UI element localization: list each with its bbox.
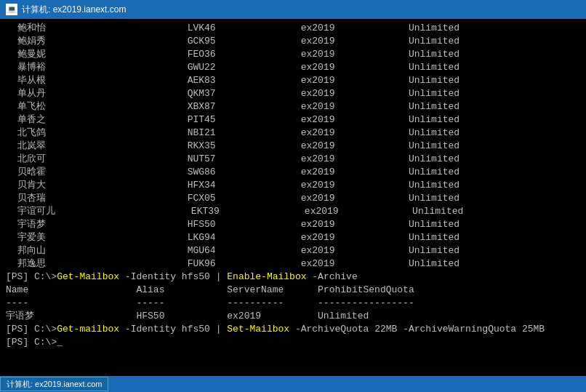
prompt3: [PS] C:\>: [6, 337, 57, 348]
title-bar-icon: 💻: [6, 4, 17, 15]
cmd-enable-mailbox: Enable-Mailbox: [227, 271, 306, 282]
table-row: 鲍和怡 LVK46 ex2019 Unlimited: [6, 22, 580, 35]
table-row: 宇语梦 HFS50 ex2019 Unlimited: [6, 218, 580, 231]
table-row: 贝杏瑞 FCX05 ex2019 Unlimited: [6, 192, 580, 205]
cmd-args2: -Identity hfs50 |: [119, 324, 227, 335]
taskbar-label: 计算机: ex2019.ianext.com: [7, 379, 102, 390]
cursor: _: [57, 337, 63, 348]
column-dashes: ---- ----- ---------- -----------------: [6, 297, 580, 310]
table-row: 北飞鸽 NBI21 ex2019 Unlimited: [6, 127, 580, 140]
prompt: [PS] C:\>: [6, 271, 57, 282]
cmd-quota-args: -ArchiveQuota 22MB -ArchiveWarningQuota …: [289, 324, 545, 335]
table-row: 邦向山 MGU64 ex2019 Unlimited: [6, 244, 580, 257]
table-row: 单飞松 XBX87 ex2019 Unlimited: [6, 100, 580, 113]
cmd-set-mailbox: Set-Mailbox: [227, 324, 289, 335]
result-row: 宇语梦 HFS50 ex2019 Unlimited: [6, 310, 580, 323]
table-row: 鲍娟秀 GCK95 ex2019 Unlimited: [6, 35, 580, 48]
taskbar[interactable]: 计算机: ex2019.ianext.com: [0, 376, 586, 392]
table-row: 单香之 PIT45 ex2019 Unlimited: [6, 113, 580, 127]
table-row: 北欣可 NUT57 ex2019 Unlimited: [6, 153, 580, 166]
taskbar-button[interactable]: 计算机: ex2019.ianext.com: [0, 377, 108, 391]
prompt2: [PS] C:\>: [6, 324, 57, 335]
cmd-archive: -Archive: [307, 271, 358, 282]
table-row: 北岚翠 RKX35 ex2019 Unlimited: [6, 140, 580, 153]
table-row: 贝肯大 HFX34 ex2019 Unlimited: [6, 179, 580, 192]
cmd-get-mailbox: Get-Mailbox: [57, 271, 119, 282]
cmd-get-mailbox2: Get-mailbox: [57, 324, 119, 335]
column-headers: Name Alias ServerName ProhibitSendQuota: [6, 284, 580, 297]
command-line-2: [PS] C:\>Get-mailbox -Identity hfs50 | S…: [6, 323, 580, 336]
command-line-1: [PS] C:\>Get-Mailbox -Identity hfs50 | E…: [6, 271, 580, 284]
cmd-args: -Identity hfs50 |: [119, 271, 227, 282]
table-row: 宇谊可儿 EKT39 ex2019 Unlimited: [6, 205, 580, 218]
table-row: 贝晗霍 SWG86 ex2019 Unlimited: [6, 166, 580, 179]
table-row: 暴博裕 GWU22 ex2019 Unlimited: [6, 61, 580, 74]
table-row: 单从丹 QKM37 ex2019 Unlimited: [6, 87, 580, 100]
console: 鲍和怡 LVK46 ex2019 Unlimited 鲍娟秀 GCK95 ex2…: [0, 19, 586, 376]
command-line-3: [PS] C:\>_: [6, 336, 580, 349]
table-row: 毕从根 AEK83 ex2019 Unlimited: [6, 74, 580, 87]
table-row: 邦逸思 FUK96 ex2019 Unlimited: [6, 257, 580, 271]
title-bar: 💻 计算机: ex2019.ianext.com: [0, 0, 586, 19]
table-row: 宇爱美 LKG94 ex2019 Unlimited: [6, 231, 580, 244]
title-bar-text: 计算机: ex2019.ianext.com: [22, 4, 126, 16]
table-row: 鲍曼妮 FEO36 ex2019 Unlimited: [6, 48, 580, 61]
